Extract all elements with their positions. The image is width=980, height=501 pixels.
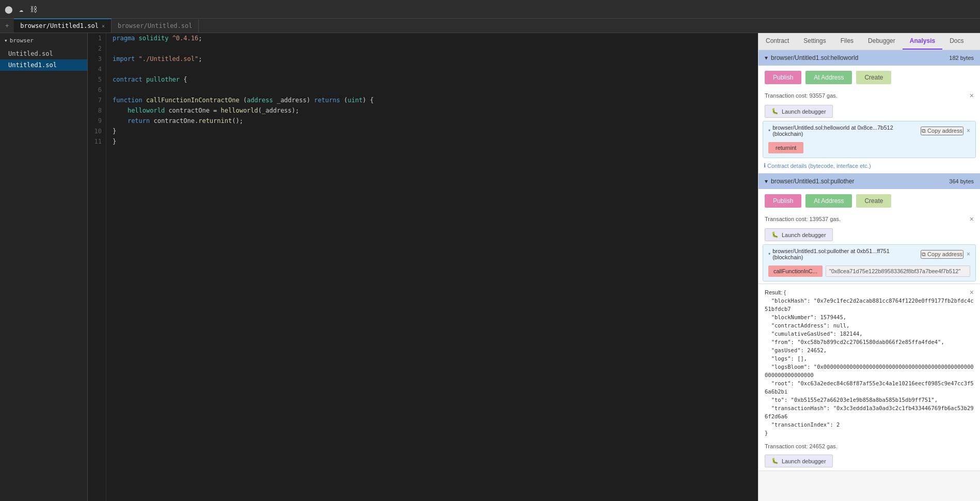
contract2-title: browser/Untitled1.sol:pullother bbox=[771, 178, 854, 185]
contract2-bytes: 364 bytes bbox=[949, 178, 974, 184]
contract1-header: ▾ browser/Untitled1.sol:helloworld 182 b… bbox=[758, 50, 980, 66]
contract2-header: ▾ browser/Untitled1.sol:pullother 364 by… bbox=[758, 174, 980, 189]
contract1-details-link[interactable]: ℹ Contract details (bytecode, interface … bbox=[758, 160, 980, 173]
cloud-icon[interactable]: ☁ bbox=[17, 5, 26, 14]
line-numbers: 12345 67891011 bbox=[88, 33, 106, 501]
contract2-header-left: ▾ browser/Untitled1.sol:pullother bbox=[765, 178, 854, 185]
result-content: "blockHash": "0x7e9c1fec2d2acab881cc8764… bbox=[765, 296, 974, 437]
circle-dot-icon[interactable]: ⬤ bbox=[4, 5, 13, 14]
contract2-deployed: • browser/Untitled1.sol:pullother at 0xb… bbox=[763, 244, 976, 281]
tab-close-untitled1[interactable]: × bbox=[102, 23, 105, 29]
sidebar-root-label: browser bbox=[10, 37, 34, 44]
contract1-deployed-header: • browser/Untitled.sol:helloworld at 0x8… bbox=[763, 121, 975, 140]
new-tab-button[interactable]: + bbox=[0, 19, 14, 33]
call-function-button[interactable]: callFunctionInC... bbox=[768, 265, 823, 277]
contract1-deployed-title: browser/Untitled.sol:helloworld at 0x8ce… bbox=[772, 124, 921, 137]
result-box: Result: { × "blockHash": "0x7e9c1fec2d2a… bbox=[758, 284, 980, 441]
contract2-collapse-icon[interactable]: ▾ bbox=[765, 178, 768, 185]
contract2-launch-debugger-button[interactable]: 🐛 Launch debugger bbox=[765, 228, 833, 241]
contract2-deployed-header: • browser/Untitled1.sol:pullother at 0xb… bbox=[763, 245, 975, 263]
contract1-collapse-icon[interactable]: ▾ bbox=[765, 54, 768, 61]
contract2-deployed-close[interactable]: × bbox=[967, 251, 970, 258]
contract1-bytes: 182 bytes bbox=[949, 55, 974, 61]
tab-files[interactable]: Files bbox=[833, 33, 861, 50]
contract2-copy-address-button[interactable]: ⧉ Copy address bbox=[921, 250, 963, 259]
contract1-publish-button[interactable]: Publish bbox=[765, 71, 801, 84]
tab-analysis[interactable]: Analysis bbox=[903, 33, 942, 50]
contract2-transaction-cost: Transaction cost: 139537 gas. × bbox=[758, 213, 980, 225]
sidebar-item-untitled[interactable]: Untitled.sol bbox=[0, 48, 87, 59]
call-function-row: callFunctionInC... bbox=[763, 263, 975, 281]
tab-debugger[interactable]: Debugger bbox=[861, 33, 903, 50]
chain-icon[interactable]: ⛓ bbox=[29, 5, 38, 14]
copy-icon-1: ⧉ bbox=[922, 128, 926, 134]
contract2-at-address-button[interactable]: At Address bbox=[805, 194, 852, 208]
contract2-deployed-title: browser/Untitled1.sol:pullother at 0xb51… bbox=[772, 248, 921, 260]
tab-docs[interactable]: Docs bbox=[942, 33, 971, 50]
contract1-title: browser/Untitled1.sol:helloworld bbox=[771, 54, 858, 61]
contract1-section: ▾ browser/Untitled1.sol:helloworld 182 b… bbox=[758, 50, 980, 174]
contract1-create-button[interactable]: Create bbox=[856, 71, 891, 84]
panel-tabs: Contract Settings Files Debugger Analysi… bbox=[758, 33, 980, 50]
info-icon-1: ℹ bbox=[764, 162, 766, 169]
contract2-create-button[interactable]: Create bbox=[856, 194, 891, 208]
contract2-cost-close[interactable]: × bbox=[970, 215, 974, 223]
contract1-copy-address-button[interactable]: ⧉ Copy address bbox=[921, 127, 963, 135]
bug-icon-2: 🐛 bbox=[771, 231, 779, 238]
tab-settings[interactable]: Settings bbox=[796, 33, 833, 50]
contract1-deployed-dot: • bbox=[768, 127, 770, 134]
contract1-at-address-button[interactable]: At Address bbox=[805, 71, 852, 84]
tab-label: browser/Untitled1.sol bbox=[20, 22, 99, 29]
sidebar: ▾ browser Untitled.sol Untitled1.sol bbox=[0, 33, 88, 501]
result-close[interactable]: × bbox=[970, 288, 974, 296]
tab-contract[interactable]: Contract bbox=[758, 33, 796, 50]
contract2-section: ▾ browser/Untitled1.sol:pullother 364 by… bbox=[758, 174, 980, 471]
contract2-actions: Publish At Address Create bbox=[758, 189, 980, 213]
tabs-bar: + browser/Untitled1.sol × browser/Untitl… bbox=[0, 19, 980, 33]
sidebar-root[interactable]: ▾ browser bbox=[0, 33, 87, 48]
call-function-input[interactable] bbox=[826, 265, 970, 277]
contract1-deployed-close[interactable]: × bbox=[967, 127, 970, 134]
contract2-launch-debugger2-button[interactable]: 🐛 Launch debugger bbox=[765, 455, 833, 467]
result-label: Result: { bbox=[765, 289, 786, 295]
tab-label-2: browser/Untitled.sol bbox=[118, 22, 193, 29]
tab-untitled[interactable]: browser/Untitled.sol bbox=[112, 19, 199, 33]
sidebar-chevron: ▾ bbox=[4, 37, 8, 44]
contract2-transaction-cost2: Transaction cost: 24652 gas. bbox=[758, 441, 980, 451]
bug-icon-1: 🐛 bbox=[771, 108, 779, 115]
contract1-transaction-cost: Transaction cost: 93557 gas. × bbox=[758, 89, 980, 102]
code-editor[interactable]: pragma solidity ^0.4.16; import "./Untit… bbox=[106, 33, 758, 501]
contract1-cost-close[interactable]: × bbox=[970, 91, 974, 100]
contract1-actions: Publish At Address Create bbox=[758, 66, 980, 89]
contract1-returnint-button[interactable]: returnint bbox=[768, 142, 803, 153]
sidebar-item-untitled1[interactable]: Untitled1.sol bbox=[0, 59, 87, 71]
top-bar: ⬤ ☁ ⛓ bbox=[0, 0, 980, 19]
copy-icon-2: ⧉ bbox=[922, 251, 926, 258]
contract1-launch-debugger-button[interactable]: 🐛 Launch debugger bbox=[765, 105, 833, 118]
top-bar-icons: ⬤ ☁ ⛓ bbox=[4, 5, 38, 14]
tab-untitled1[interactable]: browser/Untitled1.sol × bbox=[14, 19, 112, 33]
right-panel: Contract Settings Files Debugger Analysi… bbox=[758, 33, 980, 501]
contract2-deployed-dot: • bbox=[768, 251, 770, 258]
bug-icon-3: 🐛 bbox=[771, 458, 779, 464]
contract2-publish-button[interactable]: Publish bbox=[765, 194, 801, 208]
main-area: ▾ browser Untitled.sol Untitled1.sol 123… bbox=[0, 33, 980, 501]
contract1-deployed: • browser/Untitled.sol:helloworld at 0x8… bbox=[763, 121, 976, 158]
editor-area: 12345 67891011 pragma solidity ^0.4.16; … bbox=[88, 33, 758, 501]
contract1-header-left: ▾ browser/Untitled1.sol:helloworld bbox=[765, 54, 858, 61]
